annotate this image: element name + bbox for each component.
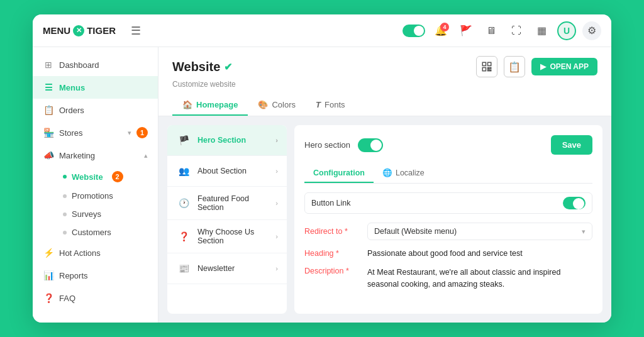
redirect-row: Redirect to * Default (Website menu) ▾ xyxy=(304,223,592,240)
about-chevron: › xyxy=(275,167,278,175)
topbar-right: 🔔 4 🚩 🖥 ⛶ ▦ U ⚙ xyxy=(402,21,601,40)
sidebar-item-surveys[interactable]: Surveys xyxy=(53,205,158,223)
main-tabs: 🏠 Homepage 🎨 Colors T Fonts xyxy=(172,95,597,116)
sub-tab-localize[interactable]: 🌐 Localize xyxy=(374,163,433,183)
sidebar-item-customers[interactable]: Customers xyxy=(53,223,158,241)
sidebar-item-promotions[interactable]: Promotions xyxy=(53,187,158,205)
section-newsletter[interactable]: 📰 Newsletter › xyxy=(167,253,287,284)
tab-colors[interactable]: 🎨 Colors xyxy=(248,95,306,116)
svg-rect-6 xyxy=(490,70,491,71)
reports-icon: 📊 xyxy=(43,270,54,281)
logo-menu-text: MENU xyxy=(43,25,70,36)
sidebar: ⊞ Dashboard ☰ Menus 📋 Orders 🏪 Stores ▾ … xyxy=(33,47,158,323)
hero-section-label: Hero section xyxy=(304,140,350,150)
sub-tabs: Configuration 🌐 Localize xyxy=(304,163,592,184)
heading-value: Passionate about good food and service t… xyxy=(367,249,592,258)
logo-tiger-text: TIGER xyxy=(87,25,116,36)
faq-icon: ❓ xyxy=(43,292,54,304)
hero-section-toggle[interactable] xyxy=(358,138,383,152)
content-header: Website ✔ 📋 xyxy=(158,47,611,116)
website-dot xyxy=(63,175,67,179)
colors-icon: 🎨 xyxy=(258,100,268,109)
section-why-choose[interactable]: ❓ Why Choose Us Section › xyxy=(167,220,287,253)
verified-icon: ✔ xyxy=(224,61,232,73)
page-title: Website ✔ xyxy=(172,60,232,74)
marketing-submenu: Website 2 Promotions Surveys Customers xyxy=(33,167,158,241)
dashboard-icon: ⊞ xyxy=(43,59,54,70)
topbar-toggle[interactable] xyxy=(402,25,425,37)
orders-icon: 📋 xyxy=(43,104,54,116)
notification-bell[interactable]: 🔔 4 xyxy=(431,21,450,40)
sidebar-item-marketing[interactable]: 📣 Marketing ▴ xyxy=(33,144,158,167)
user-avatar[interactable]: U xyxy=(557,21,576,40)
sidebar-item-faq[interactable]: ❓ FAQ xyxy=(33,287,158,309)
flag-icon[interactable]: 🚩 xyxy=(457,21,475,40)
why-choose-icon: ❓ xyxy=(176,229,191,244)
stores-icon: 🏪 xyxy=(43,127,54,138)
tab-homepage[interactable]: 🏠 Homepage xyxy=(172,95,248,116)
button-link-toggle[interactable] xyxy=(563,197,586,209)
customers-dot xyxy=(63,231,67,235)
sidebar-item-dashboard[interactable]: ⊞ Dashboard xyxy=(33,53,158,76)
localize-icon: 🌐 xyxy=(382,168,392,177)
copy-button[interactable]: 📋 xyxy=(504,56,525,77)
button-link-row-container: Button Link xyxy=(304,192,592,214)
button-link-label: Button Link xyxy=(311,199,558,207)
page-subtitle: Customize website xyxy=(172,80,597,89)
save-button[interactable]: Save xyxy=(551,135,592,155)
button-link-field[interactable]: Button Link xyxy=(304,192,592,214)
newsletter-icon: 📰 xyxy=(176,261,191,276)
promotions-dot xyxy=(63,194,67,198)
monitor-icon[interactable]: 🖥 xyxy=(482,21,501,40)
description-value: At Meat Restaurant, we're all about clas… xyxy=(367,267,592,290)
sidebar-label-dashboard: Dashboard xyxy=(59,60,99,70)
app-logo: MENU ✕ TIGER xyxy=(43,25,116,36)
sidebar-label-surveys: Surveys xyxy=(72,209,101,219)
tab-fonts[interactable]: T Fonts xyxy=(306,95,355,116)
sidebar-label-reports: Reports xyxy=(59,271,88,280)
homepage-icon: 🏠 xyxy=(182,100,192,109)
marketing-icon: 📣 xyxy=(43,150,54,161)
description-row: Description * At Meat Restaurant, we're … xyxy=(304,267,592,290)
featured-food-icon: 🕐 xyxy=(176,196,191,211)
redirect-label: Redirect to * xyxy=(304,227,361,236)
sidebar-item-reports[interactable]: 📊 Reports xyxy=(33,264,158,287)
expand-icon[interactable]: ⛶ xyxy=(507,21,526,40)
hamburger-icon[interactable]: ☰ xyxy=(131,24,141,38)
notification-badge: 4 xyxy=(440,23,449,31)
redirect-dropdown[interactable]: Default (Website menu) ▾ xyxy=(367,223,592,240)
hot-actions-icon: ⚡ xyxy=(43,247,54,258)
sections-panel: 🏴 Hero Section › 👥 About Section › 🕐 Fea… xyxy=(167,125,287,314)
sidebar-label-faq: FAQ xyxy=(59,294,75,303)
svg-rect-2 xyxy=(483,68,486,71)
settings-icon[interactable]: ⚙ xyxy=(582,21,601,40)
hero-section-row: Hero section xyxy=(304,138,383,152)
sidebar-label-stores: Stores xyxy=(59,128,83,138)
sidebar-label-website: Website xyxy=(72,172,103,182)
hero-icon: 🏴 xyxy=(176,133,191,148)
marketing-chevron: ▴ xyxy=(144,152,148,160)
open-app-button[interactable]: ▶ OPEN APP xyxy=(531,58,597,75)
heading-row: Heading * Passionate about good food and… xyxy=(304,249,592,258)
svg-rect-5 xyxy=(488,70,489,71)
section-hero[interactable]: 🏴 Hero Section › xyxy=(167,125,287,156)
detail-panel: Hero section Save Configuration 🌐 Locali… xyxy=(294,125,602,314)
sub-tab-configuration[interactable]: Configuration xyxy=(304,163,374,183)
sidebar-item-menus[interactable]: ☰ Menus xyxy=(33,76,158,99)
open-app-arrow: ▶ xyxy=(540,62,546,71)
heading-label: Heading * xyxy=(304,249,361,258)
section-featured-food[interactable]: 🕐 Featured Food Section › xyxy=(167,187,287,220)
surveys-dot xyxy=(63,213,67,216)
menus-icon: ☰ xyxy=(43,82,54,93)
sidebar-item-hot-actions[interactable]: ⚡ Hot Actions xyxy=(33,241,158,264)
sidebar-item-website[interactable]: Website 2 xyxy=(53,167,158,187)
grid-icon[interactable]: ▦ xyxy=(532,21,551,40)
hero-chevron: › xyxy=(275,136,278,144)
sidebar-label-promotions: Promotions xyxy=(72,191,113,201)
sidebar-item-stores[interactable]: 🏪 Stores ▾ 1 xyxy=(33,121,158,144)
description-label: Description * xyxy=(304,267,361,275)
about-icon: 👥 xyxy=(176,163,191,179)
sidebar-item-orders[interactable]: 📋 Orders xyxy=(33,99,158,121)
qr-code-button[interactable] xyxy=(476,56,497,77)
section-about[interactable]: 👥 About Section › xyxy=(167,156,287,187)
